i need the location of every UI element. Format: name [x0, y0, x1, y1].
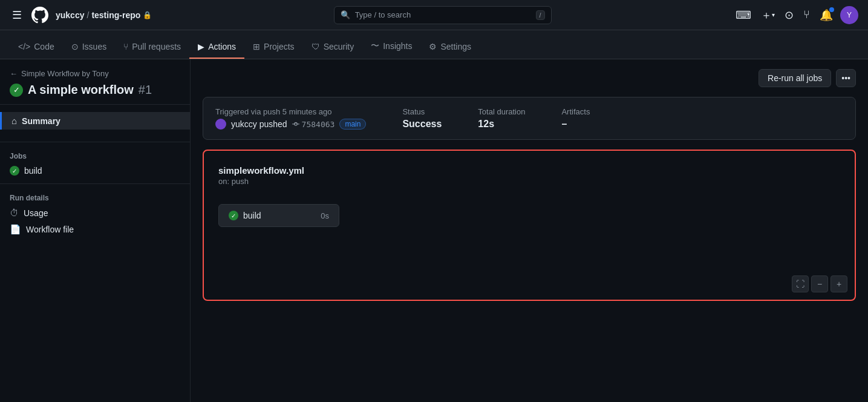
status-section: Status Success — [402, 107, 442, 130]
workflow-header: ← Simple Workflow by Tony ✓ A simple wor… — [0, 59, 190, 105]
sidebar-run-details-section: Run details ⏱ Usage 📄 Workflow file — [0, 189, 190, 238]
issue-circle-icon: ⊙ — [71, 42, 79, 51]
terminal-icon: ⌨ — [736, 8, 751, 22]
rerun-button[interactable]: Re-run all jobs — [759, 69, 831, 87]
tab-pull-requests-label: Pull requests — [132, 42, 181, 51]
build-node[interactable]: ✓ build 0s — [218, 204, 339, 227]
breadcrumb-separator: / — [86, 10, 89, 20]
top-nav-center: 🔍 Type / to search / — [159, 6, 726, 24]
zoom-in-button[interactable]: + — [830, 275, 847, 292]
sidebar-divider-1 — [0, 142, 190, 142]
artifacts-value: – — [561, 119, 590, 130]
repo-nav: </> Code ⊙ Issues ⑂ Pull requests ▶ Acti… — [0, 30, 868, 59]
sidebar: ← Simple Workflow by Tony ✓ A simple wor… — [0, 59, 191, 402]
expand-button[interactable]: ⛶ — [792, 275, 809, 292]
pull-requests-button[interactable]: ⑂ — [801, 6, 812, 24]
workflow-title: A simple workflow — [28, 83, 134, 97]
tab-insights[interactable]: 〜 Insights — [362, 35, 420, 59]
lock-icon: 🔒 — [143, 11, 152, 19]
breadcrumb-user[interactable]: yukccy — [56, 10, 84, 20]
sidebar-summary-section: ⌂ Summary — [0, 105, 190, 137]
trigger-details: yukccy pushed 7584063 main — [215, 119, 366, 130]
trigger-info: Triggered via push 5 minutes ago yukccy … — [215, 107, 366, 130]
tab-insights-label: Insights — [383, 41, 412, 51]
graph-icon: 〜 — [371, 41, 379, 51]
plus-icon: + — [837, 279, 841, 289]
back-link[interactable]: ← Simple Workflow by Tony — [10, 69, 180, 78]
status-card: Triggered via push 5 minutes ago yukccy … — [203, 97, 856, 140]
minus-icon: − — [817, 279, 822, 289]
tab-code-label: Code — [34, 42, 54, 51]
search-kbd: / — [536, 10, 545, 20]
workflow-title-row: ✓ A simple workflow #1 — [10, 83, 180, 97]
duration-label: Total duration — [478, 107, 525, 116]
commit-icon — [292, 120, 299, 128]
status-value: Success — [402, 119, 442, 130]
actions-icon: ▶ — [198, 42, 204, 51]
sidebar-divider-2 — [0, 183, 190, 184]
tab-projects[interactable]: ⊞ Projects — [244, 36, 303, 59]
tab-code[interactable]: </> Code — [10, 36, 63, 59]
code-icon: </> — [18, 42, 30, 51]
clock-icon: ⏱ — [10, 208, 19, 218]
avatar[interactable]: Y — [840, 6, 858, 24]
build-node-label: build — [243, 211, 316, 220]
workflow-diagram: simpleworkflow.yml on: push ✓ build 0s ⛶… — [203, 150, 856, 301]
hamburger-button[interactable]: ☰ — [10, 6, 24, 24]
breadcrumb-repo[interactable]: testing-repo — [91, 10, 140, 20]
tab-issues-label: Issues — [82, 42, 106, 51]
tab-pull-requests[interactable]: ⑂ Pull requests — [115, 36, 189, 59]
pr-tab-icon: ⑂ — [123, 42, 128, 51]
build-node-success-icon: ✓ — [229, 211, 238, 220]
tab-actions[interactable]: ▶ Actions — [189, 36, 244, 59]
duration-value: 12s — [478, 119, 525, 130]
main-area: Re-run all jobs ••• Triggered via push 5… — [191, 59, 868, 402]
plus-icon: ＋ — [761, 8, 772, 22]
more-button[interactable]: ••• — [836, 69, 856, 87]
notification-dot — [829, 7, 834, 12]
file-icon: 📄 — [10, 224, 21, 235]
run-header: Re-run all jobs ••• — [203, 69, 856, 87]
issues-button[interactable]: ⊙ — [782, 6, 796, 24]
pusher-name: yukccy pushed — [231, 119, 287, 129]
sidebar-item-usage[interactable]: ⏱ Usage — [0, 205, 190, 221]
tab-security-label: Security — [324, 42, 354, 51]
main-content: ← Simple Workflow by Tony ✓ A simple wor… — [0, 59, 868, 402]
tab-settings[interactable]: ⚙ Settings — [420, 36, 480, 59]
status-label: Status — [402, 107, 442, 116]
commit-ref: 7584063 — [292, 120, 335, 129]
top-nav-left: ☰ yukccy / testing-repo 🔒 — [10, 5, 152, 25]
github-logo[interactable] — [30, 5, 50, 25]
workflow-success-icon: ✓ — [10, 84, 23, 97]
job-success-icon: ✓ — [10, 166, 19, 176]
build-job-label: build — [24, 166, 42, 176]
pr-icon: ⑂ — [803, 8, 810, 21]
search-bar[interactable]: 🔍 Type / to search / — [334, 6, 552, 24]
workflow-trigger: on: push — [218, 177, 840, 186]
summary-label: Summary — [22, 116, 60, 126]
gear-icon: ⚙ — [429, 42, 437, 51]
zoom-out-button[interactable]: − — [811, 275, 828, 292]
back-link-label: Simple Workflow by Tony — [21, 69, 109, 78]
sidebar-item-workflow-file[interactable]: 📄 Workflow file — [0, 221, 190, 238]
tab-settings-label: Settings — [440, 42, 471, 51]
expand-icon: ⛶ — [796, 279, 804, 289]
search-icon: 🔍 — [341, 10, 350, 19]
diagram-controls: ⛶ − + — [792, 275, 847, 292]
new-button[interactable]: ＋ ▾ — [759, 5, 777, 25]
notifications-wrap: 🔔 — [817, 6, 835, 24]
tab-security[interactable]: 🛡 Security — [303, 36, 363, 59]
artifacts-label: Artifacts — [561, 107, 590, 116]
search-placeholder: Type / to search — [355, 10, 531, 19]
jobs-section-label: Jobs — [0, 147, 190, 163]
sidebar-item-build[interactable]: ✓ build — [0, 163, 190, 179]
sidebar-item-summary[interactable]: ⌂ Summary — [0, 112, 190, 130]
tab-actions-label: Actions — [208, 42, 236, 51]
pusher-avatar — [215, 119, 226, 130]
build-node-duration: 0s — [321, 211, 329, 220]
projects-icon: ⊞ — [253, 42, 260, 51]
chevron-down-icon: ▾ — [772, 12, 775, 18]
terminal-button[interactable]: ⌨ — [733, 6, 754, 24]
sidebar-jobs-section: Jobs ✓ build — [0, 147, 190, 179]
tab-issues[interactable]: ⊙ Issues — [63, 36, 115, 59]
